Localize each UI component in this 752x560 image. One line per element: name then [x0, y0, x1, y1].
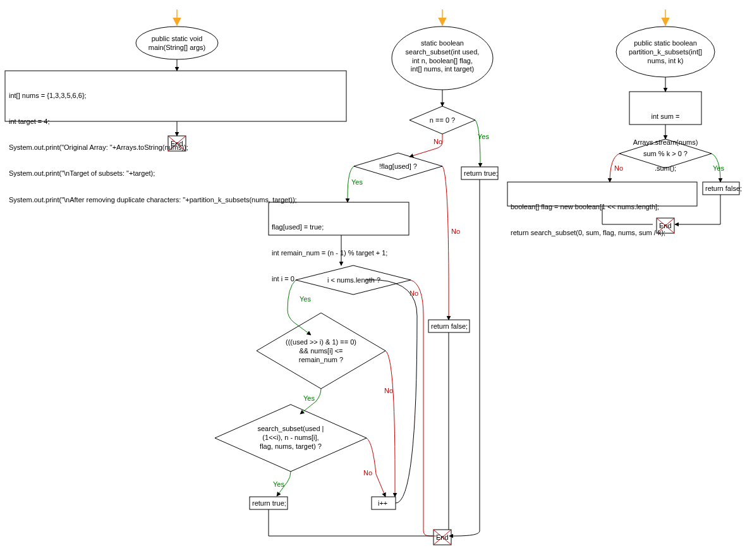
no-label: No [409, 289, 418, 297]
return-true-2: return true; [252, 499, 286, 508]
start-main: public static void main(String[] args) [144, 35, 210, 52]
no-label: No [384, 387, 393, 394]
return-false: return false; [431, 322, 468, 331]
yes-label: Yes [713, 164, 724, 172]
yes-label: Yes [303, 394, 315, 402]
start-partition: public static boolean partition_k_subset… [626, 39, 705, 65]
return-false-partition: return false; [705, 185, 742, 193]
yes-label: Yes [351, 178, 363, 186]
decision-used-shift: (((used >> i) & 1) == 0) && nums[i] <= r… [276, 338, 367, 364]
decision-loop: i < nums.length ? [322, 276, 385, 285]
decision-flag-used: !flag[used] ? [374, 162, 422, 171]
no-label: No [434, 138, 442, 145]
no-label: No [363, 469, 372, 477]
yes-label: Yes [478, 133, 489, 140]
yes-label: Yes [300, 295, 311, 303]
decision-recursion: search_subset(used | (1<<i), n - nums[i]… [248, 425, 334, 451]
yes-label: Yes [273, 480, 284, 488]
return-true-1: return true; [464, 169, 498, 178]
no-label: No [614, 164, 623, 172]
end-partition: End [659, 222, 672, 229]
decision-n-eq-0: n == 0 ? [423, 116, 461, 125]
start-search-subset: static boolean search_subset(int used, i… [399, 39, 485, 74]
end-main: End [171, 140, 183, 147]
no-label: No [451, 228, 460, 235]
process-sum: int sum = Arrays.stream(nums) .sum(); [632, 95, 699, 182]
increment-i: i++ [378, 499, 387, 508]
process-return-search: boolean[] flag = new boolean[1 << nums.l… [511, 185, 694, 246]
decision-sum-mod: sum % k > 0 ? [638, 150, 693, 159]
end-search-subset: End [436, 533, 449, 541]
